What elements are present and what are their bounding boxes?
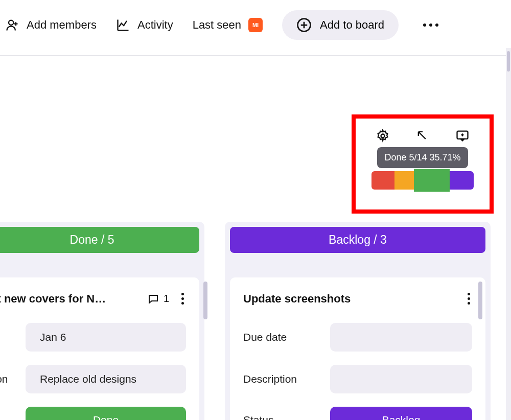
more-menu-button[interactable] <box>418 18 444 32</box>
avatar[interactable]: MI <box>248 18 263 32</box>
progress-seg-orange <box>394 171 414 190</box>
gear-icon[interactable] <box>376 129 390 143</box>
column-header-backlog[interactable]: Backlog / 3 <box>230 227 485 253</box>
column-done: Done / 5 est new covers for N… 1 ate J <box>0 222 204 420</box>
page-scroll-track <box>506 48 511 420</box>
add-members-button[interactable]: Add members <box>5 18 97 32</box>
page-scroll-thumb[interactable] <box>507 51 510 72</box>
progress-seg-red <box>371 171 394 190</box>
status-label: Status <box>243 414 330 420</box>
description-label: ption <box>0 373 26 385</box>
plus-circle-icon <box>296 17 312 33</box>
summary-widget-toolbar <box>376 129 470 143</box>
card-scroll-thumb[interactable] <box>478 282 482 319</box>
top-toolbar: Add members Activity Last seen MI Add to… <box>0 0 511 55</box>
card-menu-button[interactable] <box>466 291 472 307</box>
summary-widget: Done 5/14 35.71% <box>352 114 494 214</box>
expand-arrow-icon[interactable] <box>415 129 430 143</box>
card-title: est new covers for N… <box>0 292 106 306</box>
add-to-board-button[interactable]: Add to board <box>282 10 399 40</box>
activity-icon <box>116 18 130 32</box>
due-date-label: Due date <box>243 331 330 343</box>
card-menu-button[interactable] <box>179 291 186 307</box>
due-date-label: ate <box>0 331 26 343</box>
due-date-value[interactable] <box>330 323 472 352</box>
board-area: Done / 5 est new covers for N… 1 ate J <box>0 222 491 420</box>
progress-seg-green <box>414 169 450 192</box>
add-member-icon <box>5 18 19 32</box>
comment-count[interactable]: 1 <box>147 293 169 305</box>
activity-label: Activity <box>137 18 173 32</box>
add-members-label: Add members <box>27 18 97 32</box>
column-header-done[interactable]: Done / 5 <box>0 227 199 253</box>
card-title: Update screenshots <box>243 292 351 306</box>
svg-point-2 <box>381 134 385 138</box>
status-pill[interactable]: Done <box>26 407 186 420</box>
last-seen-group: Last seen MI <box>193 18 263 32</box>
svg-point-0 <box>9 20 13 25</box>
feedback-heart-icon[interactable] <box>455 129 470 143</box>
add-to-board-label: Add to board <box>320 18 384 32</box>
card-scroll-thumb[interactable] <box>203 282 207 319</box>
card-done-1[interactable]: est new covers for N… 1 ate Jan 6 ption <box>0 277 199 420</box>
progress-bar[interactable] <box>371 171 474 190</box>
card-backlog-1[interactable]: Update screenshots Due date Description … <box>230 277 485 420</box>
status-pill[interactable]: Backlog <box>330 407 472 420</box>
activity-button[interactable]: Activity <box>116 18 173 32</box>
description-label: Description <box>243 373 330 385</box>
toolbar-divider <box>0 55 511 56</box>
comment-icon <box>147 293 159 305</box>
due-date-value[interactable]: Jan 6 <box>26 323 186 352</box>
description-value[interactable] <box>330 365 472 393</box>
progress-seg-purple <box>450 171 474 190</box>
last-seen-label: Last seen <box>193 18 241 32</box>
progress-tooltip: Done 5/14 35.71% <box>377 147 468 168</box>
description-value[interactable]: Replace old designs <box>26 365 186 393</box>
column-backlog: Backlog / 3 Update screenshots Due date … <box>225 222 491 420</box>
